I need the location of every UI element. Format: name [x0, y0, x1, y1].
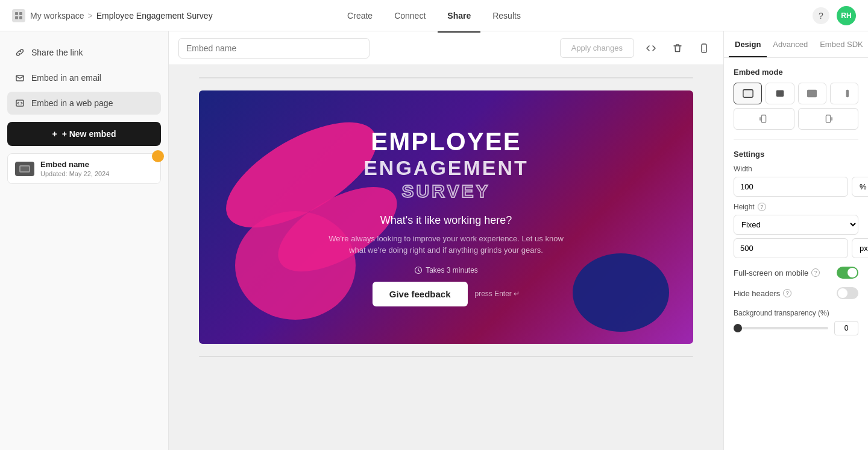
height-mode-select[interactable]: Fixed Auto — [734, 215, 858, 235]
mobile-preview-button[interactable] — [694, 39, 714, 58]
bg-transparency-setting: Background transparency (%) — [734, 309, 858, 335]
embed-mode-standard[interactable] — [734, 83, 762, 104]
hide-headers-toggle-row: Hide headers ? — [734, 285, 858, 302]
embed-mode-fullscreen[interactable] — [798, 83, 826, 104]
bg-transparency-label: Background transparency (%) — [734, 309, 858, 317]
new-embed-button[interactable]: + + New embed — [7, 122, 161, 146]
hide-headers-label: Hide headers ? — [734, 289, 791, 298]
fullscreen-help-icon[interactable]: ? — [811, 268, 820, 277]
right-panel: Design Advanced Embed SDK Embed mode — [723, 31, 868, 450]
sidebar-item-label-share: Share the link — [31, 48, 83, 57]
workspace-name[interactable]: My workspace — [30, 11, 84, 21]
sidebar-item-label-embed: Embed in a web page — [31, 98, 113, 108]
height-help-icon[interactable]: ? — [758, 203, 766, 211]
svg-rect-13 — [807, 90, 817, 98]
embed-list-item-icon — [15, 162, 34, 176]
hide-headers-help-icon[interactable]: ? — [783, 289, 791, 297]
bg-transparency-track[interactable] — [734, 327, 828, 329]
right-panel-body: Embed mode — [724, 58, 868, 345]
survey-title-line1: EMPLOYEE — [319, 128, 573, 156]
embed-mode-section: Embed mode — [734, 68, 858, 130]
svg-rect-12 — [776, 90, 784, 97]
sidebar-item-label-email: Embed in an email — [31, 73, 101, 83]
height-input-row: px % — [734, 238, 858, 258]
embed-list-info: Embed name Updated: May 22, 2024 — [40, 160, 153, 177]
page-title: Employee Engagement Survey — [96, 11, 213, 21]
breadcrumb-separator: > — [87, 11, 92, 21]
survey-question: What's it like working here? — [319, 214, 573, 227]
svg-rect-3 — [19, 16, 22, 19]
width-input[interactable] — [734, 177, 848, 197]
tab-advanced[interactable]: Advanced — [767, 31, 814, 57]
tab-embed-sdk[interactable]: Embed SDK — [814, 31, 868, 57]
svg-rect-11 — [743, 90, 753, 98]
survey-timer: Takes 3 minutes — [319, 266, 573, 274]
apply-changes-button[interactable]: Apply changes — [560, 38, 634, 58]
embed-name-input[interactable] — [178, 38, 370, 59]
survey-title-line2: ENGAGEMENT — [319, 156, 573, 180]
survey-content: EMPLOYEE ENGAGEMENT SURVEY What's it lik… — [307, 116, 585, 318]
link-icon — [14, 47, 25, 58]
content-area: Apply changes — [169, 31, 723, 450]
height-setting: Height ? Fixed Auto px % — [734, 203, 858, 258]
tab-results[interactable]: Results — [483, 7, 530, 24]
tab-create[interactable]: Create — [338, 7, 382, 24]
hide-headers-toggle[interactable] — [837, 287, 858, 299]
embed-mode-label: Embed mode — [734, 68, 858, 77]
sidebar-item-share-link[interactable]: Share the link — [7, 41, 161, 64]
preview-top-line — [199, 77, 693, 78]
survey-description: We're always looking to improve your wor… — [319, 233, 573, 256]
height-unit-select[interactable]: px % — [852, 238, 868, 258]
divider-1 — [734, 139, 858, 140]
survey-cta-row: Give feedback press Enter ↵ — [319, 282, 573, 306]
breadcrumb: My workspace > Employee Engagement Surve… — [30, 11, 213, 21]
right-panel-tabs: Design Advanced Embed SDK — [724, 31, 868, 58]
survey-title-line3: SURVEY — [319, 180, 573, 202]
embed-list-item[interactable]: Embed name Updated: May 22, 2024 — [7, 153, 161, 184]
sidebar: Share the link Embed in an email Embed i… — [0, 31, 169, 450]
embed-list-date: Updated: May 22, 2024 — [40, 170, 153, 177]
code-view-button[interactable] — [641, 39, 661, 58]
preview-bottom-line — [199, 356, 693, 357]
height-mode-row: Fixed Auto — [734, 215, 858, 235]
width-setting: Width % px — [734, 165, 858, 197]
embed-mode-row2 — [734, 108, 858, 130]
bg-transparency-thumb[interactable] — [734, 324, 742, 332]
embed-mode-popover[interactable] — [766, 83, 794, 104]
survey-blob-3 — [573, 253, 669, 332]
embed-mode-mobile-right[interactable] — [798, 108, 859, 130]
new-embed-label: + New embed — [62, 129, 116, 139]
svg-rect-17 — [826, 115, 830, 123]
sidebar-item-embed-email[interactable]: Embed in an email — [7, 66, 161, 89]
width-input-row: % px — [734, 177, 858, 197]
width-unit-select[interactable]: % px — [852, 177, 868, 197]
tab-connect[interactable]: Connect — [385, 7, 435, 24]
embed-mode-mobile-left[interactable] — [734, 108, 794, 130]
settings-section: Settings Width % px Height — [734, 150, 858, 335]
give-feedback-button[interactable]: Give feedback — [373, 282, 468, 306]
svg-rect-0 — [15, 12, 18, 15]
svg-rect-16 — [760, 117, 761, 120]
tab-design[interactable]: Design — [729, 31, 767, 57]
workspace-icon — [12, 9, 25, 22]
fullscreen-toggle[interactable] — [837, 267, 858, 279]
delete-button[interactable] — [668, 39, 687, 58]
sidebar-item-embed-webpage[interactable]: Embed in a web page — [7, 92, 161, 115]
svg-rect-1 — [19, 12, 22, 15]
embed-mode-grid — [734, 83, 858, 104]
bg-transparency-value[interactable] — [834, 321, 858, 335]
email-icon — [14, 72, 25, 83]
svg-point-9 — [703, 50, 705, 51]
svg-rect-2 — [15, 16, 18, 19]
embed-notification-badge — [152, 150, 164, 162]
nav-tabs: Create Connect Share Results — [338, 7, 530, 24]
preview-area: EMPLOYEE ENGAGEMENT SURVEY What's it lik… — [169, 65, 723, 450]
survey-cta-hint: press Enter ↵ — [475, 290, 520, 298]
svg-rect-18 — [831, 117, 832, 120]
height-input[interactable] — [734, 238, 848, 258]
avatar[interactable]: RH — [837, 6, 856, 25]
embed-mode-sidetab[interactable] — [830, 83, 858, 104]
breadcrumb-area: My workspace > Employee Engagement Surve… — [12, 9, 338, 22]
help-button[interactable]: ? — [813, 7, 829, 24]
tab-share[interactable]: Share — [438, 7, 480, 24]
